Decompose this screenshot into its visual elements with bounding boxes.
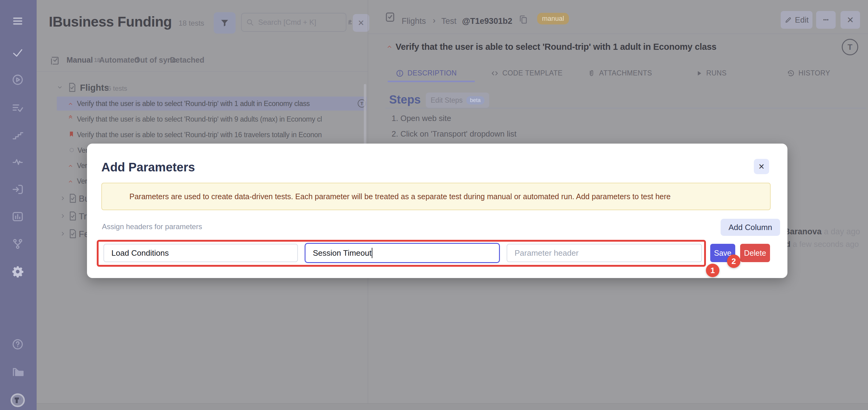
sidebar-item-menu[interactable]	[10, 14, 25, 28]
checkbox-icon	[50, 56, 60, 65]
file-check-icon	[67, 83, 77, 92]
breadcrumb-separator: ›	[433, 16, 436, 25]
manual-badge: manual	[537, 13, 569, 24]
app-root: IBusiness Funding 18 tests ✕ Manual18 Au…	[0, 0, 868, 410]
tab-description[interactable]: DESCRIPTION	[396, 69, 457, 77]
tab-manual[interactable]: Manual18	[66, 56, 100, 64]
tree-test-row-selected[interactable]: Verify that the user is able to select '…	[57, 96, 367, 111]
test-title: Ver	[77, 162, 87, 170]
sidebar-item-settings[interactable]	[10, 264, 25, 279]
assign-headers-label: Assign headers for parameters	[102, 223, 202, 231]
play-circle-icon	[11, 74, 24, 86]
sidebar-item-milestones[interactable]	[10, 127, 25, 142]
project-title: IBusiness Funding	[49, 13, 172, 30]
test-title: Verify that the user is able to select '…	[77, 99, 310, 108]
sidebar-item-logo[interactable]	[10, 392, 25, 408]
tree-test-row[interactable]: Verify that the user is able to select '…	[57, 128, 368, 142]
priority-high-icon	[68, 101, 73, 107]
text-cursor	[372, 248, 372, 258]
test-title: Ver	[77, 177, 87, 185]
file-check-icon	[68, 194, 78, 203]
step-item: 2. Click on 'Transport' dropdown list	[392, 129, 517, 139]
filter-button[interactable]	[214, 12, 236, 34]
history-clock-icon	[787, 69, 795, 77]
breadcrumb-folder[interactable]: Flights	[402, 17, 426, 26]
export-icon	[11, 183, 24, 196]
sidebar-item-runs[interactable]	[10, 72, 25, 87]
file-check-icon	[68, 229, 78, 239]
test-title: Verify that the user is able to select '…	[77, 115, 322, 123]
delete-button[interactable]: Delete	[740, 244, 770, 262]
annotation-circle-2: 2	[727, 255, 740, 268]
circle-icon	[69, 147, 74, 153]
sidebar-item-reports[interactable]	[10, 209, 25, 224]
chevron-down-icon	[57, 84, 63, 90]
sidebar-item-branches[interactable]	[10, 236, 25, 251]
tab-runs[interactable]: RUNS	[696, 69, 727, 77]
tests-count: 18 tests	[179, 19, 204, 28]
sidebar-item-projects[interactable]	[10, 364, 25, 379]
sidebar	[0, 0, 37, 410]
sidebar-item-plans[interactable]	[10, 100, 25, 115]
steps-heading: Steps	[389, 93, 421, 106]
more-button[interactable]: •••	[816, 11, 836, 29]
edit-steps-button[interactable]: Edit Steps beta	[426, 93, 489, 108]
test-title: Verify that the user is able to select '…	[77, 131, 322, 139]
tab-attachments[interactable]: ATTACHMENTS	[588, 69, 652, 77]
tree-test-row[interactable]: Verify that the user is able to select '…	[57, 112, 368, 126]
tests-filter-tabs: Manual18 Automated Out of sync Detached	[37, 51, 368, 72]
folders-icon	[11, 365, 24, 378]
file-check-icon	[384, 11, 396, 23]
tab-detached[interactable]: Detached	[170, 56, 205, 64]
parameter-header-input-1[interactable]	[103, 244, 298, 262]
search-input[interactable]	[257, 18, 335, 27]
chevron-right-icon	[60, 231, 66, 237]
chevron-right-icon	[60, 213, 66, 219]
edit-button[interactable]: Edit	[781, 11, 812, 29]
annotation-circle-1: 1	[706, 264, 719, 277]
steps-icon	[11, 128, 24, 141]
search-box	[241, 13, 346, 32]
test-title: Ver	[78, 146, 88, 154]
folder-name: Flights	[80, 83, 109, 93]
modal-title: Add Parameters	[101, 160, 195, 174]
sidebar-item-analytics[interactable]	[10, 154, 25, 169]
detail-header: Flights › Test @T1e9301b2 manual Edit ••…	[368, 0, 868, 34]
settings-gear-icon	[11, 265, 24, 278]
sidebar-item-import[interactable]	[10, 182, 25, 197]
help-icon	[11, 338, 24, 350]
panel-close-button[interactable]: ✕	[353, 14, 369, 32]
modal-close-button[interactable]: ✕	[754, 159, 769, 174]
steps-divider	[385, 108, 866, 109]
horizontal-scrollbar[interactable]	[37, 403, 868, 410]
detail-close-button[interactable]: ✕	[840, 11, 860, 29]
test-id: @T1e9301b2	[462, 17, 512, 26]
active-tab-underline	[388, 81, 475, 82]
add-column-button[interactable]: Add Column	[721, 219, 780, 236]
folder-count: 6 tests	[107, 85, 127, 93]
sidebar-item-help[interactable]	[10, 337, 25, 352]
copy-icon[interactable]	[518, 14, 528, 24]
tab-automated[interactable]: Automated	[99, 56, 139, 64]
add-parameters-modal: Add Parameters ✕ Parameters are used to …	[87, 144, 787, 278]
hamburger-menu-icon	[11, 15, 24, 27]
paperclip-icon	[588, 69, 595, 77]
tab-history[interactable]: HISTORY	[787, 69, 830, 77]
step-item: 1. Open web site	[392, 114, 451, 123]
testomat-badge-icon: T	[842, 39, 858, 55]
activity-pulse-icon	[11, 156, 24, 168]
info-banner: Parameters are used to create data-drive…	[101, 183, 771, 210]
sidebar-item-tests[interactable]	[10, 45, 25, 60]
file-check-icon	[68, 211, 78, 221]
search-icon	[246, 18, 254, 26]
filter-funnel-icon	[220, 18, 229, 28]
beta-badge: beta	[466, 96, 484, 105]
priority-highest-icon	[68, 115, 73, 120]
tab-code-template[interactable]: CODE TEMPLATE	[491, 69, 562, 77]
testomat-logo-icon	[10, 392, 25, 408]
bookmark-icon	[68, 131, 74, 137]
parameter-header-input-2[interactable]: Session Timeout	[305, 243, 500, 263]
parameter-header-input-3[interactable]	[507, 244, 702, 262]
list-check-icon	[11, 101, 24, 114]
tree-folder-flights[interactable]: Flights 6 tests	[57, 80, 365, 95]
